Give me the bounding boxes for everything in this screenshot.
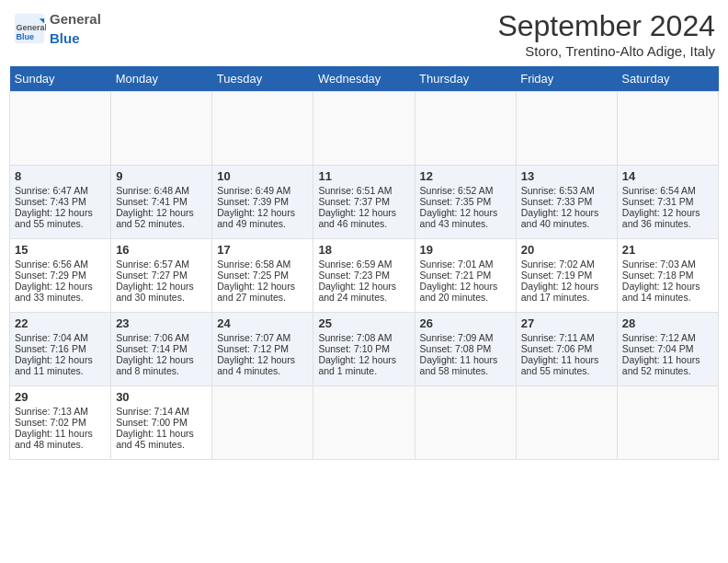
day-number: 18 bbox=[318, 243, 409, 257]
sunrise: Sunrise: 6:56 AM bbox=[15, 259, 88, 270]
daylight: Daylight: 12 hours and 55 minutes. bbox=[15, 207, 93, 229]
day-number: 30 bbox=[116, 390, 207, 404]
svg-text:Blue: Blue bbox=[17, 32, 35, 41]
sunset: Sunset: 7:06 PM bbox=[521, 343, 593, 354]
sunset: Sunset: 7:35 PM bbox=[420, 196, 492, 207]
sunrise: Sunrise: 7:08 AM bbox=[318, 332, 392, 343]
day-cell-30: 30 Sunrise: 7:14 AM Sunset: 7:00 PM Dayl… bbox=[111, 386, 212, 460]
day-number: 15 bbox=[15, 243, 106, 257]
day-number: 26 bbox=[420, 316, 511, 330]
daylight: Daylight: 12 hours and 14 minutes. bbox=[622, 281, 700, 303]
sunrise: Sunrise: 7:12 AM bbox=[622, 332, 696, 343]
logo-icon: General Blue bbox=[13, 12, 46, 45]
day-cell-17: 17 Sunrise: 6:58 AM Sunset: 7:25 PM Dayl… bbox=[212, 239, 313, 313]
empty-cell bbox=[617, 386, 718, 460]
sunset: Sunset: 7:43 PM bbox=[15, 196, 86, 207]
sunrise: Sunrise: 7:06 AM bbox=[116, 332, 189, 343]
sunset: Sunset: 7:41 PM bbox=[116, 196, 188, 207]
day-cell-10: 10 Sunrise: 6:49 AM Sunset: 7:39 PM Dayl… bbox=[212, 166, 313, 239]
daylight: Daylight: 11 hours and 45 minutes. bbox=[116, 428, 194, 450]
sunrise: Sunrise: 7:03 AM bbox=[622, 259, 696, 270]
day-cell-9: 9 Sunrise: 6:48 AM Sunset: 7:41 PM Dayli… bbox=[111, 166, 212, 239]
day-header-thursday: Thursday bbox=[415, 66, 516, 92]
day-number: 14 bbox=[622, 169, 713, 183]
day-number: 20 bbox=[521, 243, 612, 257]
empty-cell bbox=[111, 92, 212, 166]
week-row-5: 29 Sunrise: 7:13 AM Sunset: 7:02 PM Dayl… bbox=[10, 386, 719, 460]
daylight: Daylight: 11 hours and 52 minutes. bbox=[622, 354, 700, 376]
day-number: 23 bbox=[116, 316, 207, 330]
day-cell-19: 19 Sunrise: 7:01 AM Sunset: 7:21 PM Dayl… bbox=[415, 239, 516, 313]
empty-cell bbox=[516, 92, 617, 166]
sunrise: Sunrise: 7:04 AM bbox=[15, 332, 88, 343]
sunrise: Sunrise: 7:11 AM bbox=[521, 332, 595, 343]
day-cell-20: 20 Sunrise: 7:02 AM Sunset: 7:19 PM Dayl… bbox=[516, 239, 617, 313]
sunrise: Sunrise: 7:01 AM bbox=[420, 259, 494, 270]
week-row-2: 8 Sunrise: 6:47 AM Sunset: 7:43 PM Dayli… bbox=[10, 166, 719, 239]
sunrise: Sunrise: 7:02 AM bbox=[521, 259, 595, 270]
sunset: Sunset: 7:23 PM bbox=[318, 270, 390, 281]
location: Storo, Trentino-Alto Adige, Italy bbox=[497, 43, 715, 59]
day-number: 24 bbox=[217, 316, 308, 330]
sunset: Sunset: 7:18 PM bbox=[622, 270, 694, 281]
daylight: Daylight: 12 hours and 52 minutes. bbox=[116, 207, 194, 229]
title-block: September 2024 Storo, Trentino-Alto Adig… bbox=[497, 9, 715, 59]
week-row-3: 15 Sunrise: 6:56 AM Sunset: 7:29 PM Dayl… bbox=[10, 239, 719, 313]
daylight: Daylight: 12 hours and 49 minutes. bbox=[217, 207, 295, 229]
calendar-table: SundayMondayTuesdayWednesdayThursdayFrid… bbox=[9, 66, 719, 460]
empty-cell bbox=[415, 92, 516, 166]
empty-cell bbox=[313, 386, 415, 460]
daylight: Daylight: 12 hours and 27 minutes. bbox=[217, 281, 295, 303]
sunrise: Sunrise: 6:52 AM bbox=[420, 185, 494, 196]
daylight: Daylight: 12 hours and 1 minute. bbox=[318, 354, 396, 376]
day-cell-8: 8 Sunrise: 6:47 AM Sunset: 7:43 PM Dayli… bbox=[10, 166, 111, 239]
week-row-4: 22 Sunrise: 7:04 AM Sunset: 7:16 PM Dayl… bbox=[10, 313, 719, 386]
daylight: Daylight: 11 hours and 48 minutes. bbox=[15, 428, 93, 450]
logo: General Blue General Blue bbox=[13, 9, 101, 48]
sunrise: Sunrise: 6:54 AM bbox=[622, 185, 696, 196]
sunrise: Sunrise: 6:49 AM bbox=[217, 185, 290, 196]
day-cell-12: 12 Sunrise: 6:52 AM Sunset: 7:35 PM Dayl… bbox=[415, 166, 516, 239]
day-number: 25 bbox=[318, 316, 409, 330]
sunrise: Sunrise: 6:57 AM bbox=[116, 259, 189, 270]
empty-cell bbox=[212, 386, 313, 460]
month-year: September 2024 bbox=[497, 9, 715, 43]
sunset: Sunset: 7:02 PM bbox=[15, 417, 86, 428]
sunset: Sunset: 7:31 PM bbox=[622, 196, 694, 207]
sunset: Sunset: 7:04 PM bbox=[622, 343, 694, 354]
day-number: 29 bbox=[15, 390, 106, 404]
day-cell-24: 24 Sunrise: 7:07 AM Sunset: 7:12 PM Dayl… bbox=[212, 313, 313, 386]
day-number: 28 bbox=[622, 316, 713, 330]
sunset: Sunset: 7:19 PM bbox=[521, 270, 593, 281]
sunset: Sunset: 7:12 PM bbox=[217, 343, 289, 354]
empty-cell bbox=[212, 92, 313, 166]
daylight: Daylight: 12 hours and 30 minutes. bbox=[116, 281, 194, 303]
day-header-tuesday: Tuesday bbox=[212, 66, 313, 92]
page-header: General Blue General Blue September 2024… bbox=[9, 9, 719, 59]
day-cell-18: 18 Sunrise: 6:59 AM Sunset: 7:23 PM Dayl… bbox=[313, 239, 415, 313]
day-header-sunday: Sunday bbox=[10, 66, 111, 92]
day-header-monday: Monday bbox=[111, 66, 212, 92]
day-cell-27: 27 Sunrise: 7:11 AM Sunset: 7:06 PM Dayl… bbox=[516, 313, 617, 386]
day-number: 12 bbox=[420, 169, 511, 183]
sunset: Sunset: 7:14 PM bbox=[116, 343, 188, 354]
day-number: 17 bbox=[217, 243, 308, 257]
sunset: Sunset: 7:39 PM bbox=[217, 196, 289, 207]
sunrise: Sunrise: 6:51 AM bbox=[318, 185, 392, 196]
sunset: Sunset: 7:08 PM bbox=[420, 343, 492, 354]
day-number: 8 bbox=[15, 169, 106, 183]
svg-text:General: General bbox=[17, 23, 46, 32]
sunset: Sunset: 7:29 PM bbox=[15, 270, 86, 281]
logo-blue: Blue bbox=[50, 30, 80, 46]
day-cell-14: 14 Sunrise: 6:54 AM Sunset: 7:31 PM Dayl… bbox=[617, 166, 718, 239]
day-cell-13: 13 Sunrise: 6:53 AM Sunset: 7:33 PM Dayl… bbox=[516, 166, 617, 239]
calendar-body: 8 Sunrise: 6:47 AM Sunset: 7:43 PM Dayli… bbox=[10, 92, 719, 460]
daylight: Daylight: 11 hours and 55 minutes. bbox=[521, 354, 599, 376]
daylight: Daylight: 12 hours and 8 minutes. bbox=[116, 354, 194, 376]
sunset: Sunset: 7:10 PM bbox=[318, 343, 390, 354]
daylight: Daylight: 12 hours and 43 minutes. bbox=[420, 207, 498, 229]
sunrise: Sunrise: 6:47 AM bbox=[15, 185, 88, 196]
sunset: Sunset: 7:33 PM bbox=[521, 196, 593, 207]
week-row-1 bbox=[10, 92, 719, 166]
sunrise: Sunrise: 7:09 AM bbox=[420, 332, 494, 343]
